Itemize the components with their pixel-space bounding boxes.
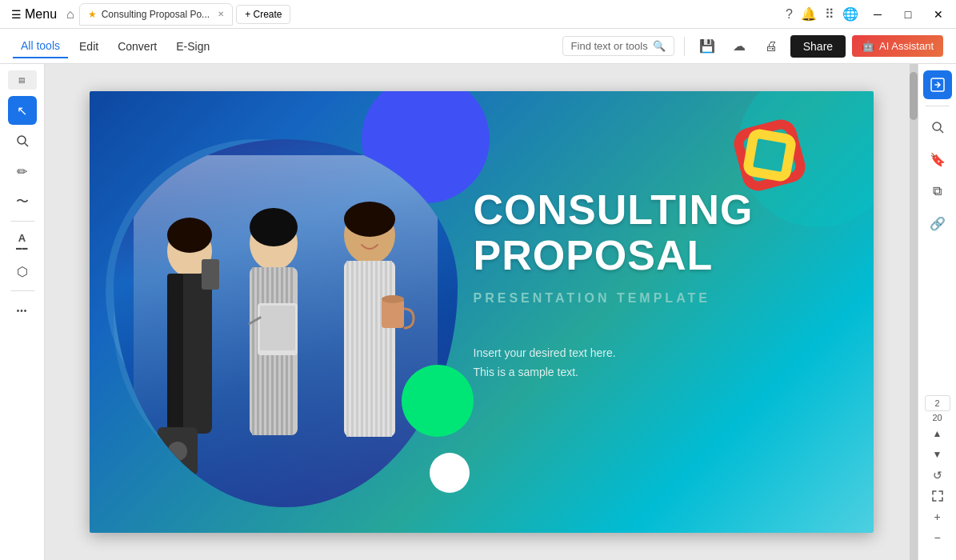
svg-rect-32 <box>390 261 392 437</box>
slide-title: CONSULTING PROPOSAL <box>474 187 826 278</box>
svg-rect-30 <box>380 261 382 437</box>
slide-text-content: CONSULTING PROPOSAL PRESENTATION TEMPLAT… <box>474 187 826 382</box>
main-layout: ▤ ↖ ✏ 〜 A ▬▬ ⬡ ••• <box>0 64 956 560</box>
toolbar-right: Find text or tools 🔍 💾 ☁ 🖨 Share 🤖 AI As… <box>562 34 943 59</box>
nav-all-tools[interactable]: All tools <box>13 34 68 58</box>
svg-rect-31 <box>385 261 387 437</box>
save-button[interactable]: 💾 <box>694 34 720 59</box>
nav-esign[interactable]: E-Sign <box>168 35 218 58</box>
right-separator-1 <box>926 106 950 106</box>
hamburger-icon: ☰ <box>11 8 22 21</box>
zoom-out-button[interactable]: − <box>925 528 950 547</box>
people-illustration <box>134 155 438 507</box>
upload-button[interactable]: ☁ <box>726 34 752 59</box>
search-right-icon <box>930 120 945 134</box>
left-sidebar: ▤ ↖ ✏ 〜 A ▬▬ ⬡ ••• <box>0 64 45 560</box>
page-number: 2 <box>925 395 950 411</box>
refresh-button[interactable]: ↺ <box>925 466 950 485</box>
scroll-thumb[interactable] <box>910 72 918 120</box>
svg-point-0 <box>18 136 26 144</box>
tab-close-icon[interactable]: ✕ <box>218 10 224 18</box>
link-button[interactable]: 🔗 <box>923 209 952 238</box>
slide-body-line1: Insert your desired text here. <box>474 344 826 363</box>
page-indicator: ▤ <box>8 70 37 90</box>
zoom-icon <box>15 134 30 148</box>
svg-point-39 <box>168 442 187 461</box>
slide-green-circle <box>402 365 474 437</box>
svg-rect-6 <box>202 259 219 290</box>
menu-button[interactable]: ☰ Menu <box>6 4 62 25</box>
slide-logo <box>738 123 802 187</box>
fit-icon <box>931 490 944 502</box>
canvas-area[interactable]: CONSULTING PROPOSAL PRESENTATION TEMPLAT… <box>45 64 918 560</box>
tool-separator-2 <box>10 290 34 291</box>
right-sidebar: 🔖 ⧉ 🔗 2 20 ▲ ▼ ↺ + − <box>918 64 956 560</box>
home-icon[interactable]: ⌂ <box>66 7 74 22</box>
tab-title: Consulting Proposal Po... <box>102 9 210 20</box>
create-button[interactable]: + Create <box>236 5 290 24</box>
scroll-handle[interactable] <box>910 64 918 560</box>
print-button[interactable]: 🖨 <box>758 34 784 59</box>
search-placeholder: Find text or tools <box>571 40 648 52</box>
svg-point-41 <box>933 122 941 130</box>
svg-rect-5 <box>167 274 183 434</box>
page-down-button[interactable]: ▼ <box>925 445 950 464</box>
zoom-tool-button[interactable] <box>8 126 37 155</box>
logo-inner-ring <box>742 127 798 183</box>
nav-convert[interactable]: Convert <box>110 35 165 58</box>
svg-rect-23 <box>346 261 349 437</box>
slide-canvas: CONSULTING PROPOSAL PRESENTATION TEMPLAT… <box>90 91 874 533</box>
upload-icon: ☁ <box>733 38 746 54</box>
svg-rect-19 <box>260 306 295 350</box>
svg-rect-24 <box>351 261 354 437</box>
maximize-button[interactable]: □ <box>897 3 919 26</box>
account-icon[interactable]: 🌐 <box>842 6 858 22</box>
share-button[interactable]: Share <box>790 35 846 58</box>
freehand-tool-button[interactable]: 〜 <box>8 187 37 216</box>
search-icon: 🔍 <box>653 40 666 52</box>
document-tab[interactable]: ★ Consulting Proposal Po... ✕ <box>79 3 233 26</box>
nav-edit[interactable]: Edit <box>71 35 106 58</box>
bookmark-button[interactable]: 🔖 <box>923 145 952 174</box>
close-window-button[interactable]: ✕ <box>927 3 950 26</box>
svg-rect-9 <box>252 267 254 435</box>
pen-tool-button[interactable]: ✏ <box>8 157 37 186</box>
svg-rect-29 <box>375 261 378 437</box>
slide-white-circle <box>430 453 470 493</box>
slide-body-line2: This is a sample text. <box>474 363 826 382</box>
export-panel-button[interactable] <box>923 70 952 99</box>
zoom-in-button[interactable]: + <box>925 507 950 526</box>
page-up-button[interactable]: ▲ <box>925 424 950 443</box>
search-right-button[interactable] <box>923 113 952 142</box>
toolbar: All tools Edit Convert E-Sign Find text … <box>0 29 956 64</box>
svg-point-35 <box>167 218 212 253</box>
export-icon <box>930 77 946 93</box>
svg-rect-27 <box>366 261 368 437</box>
menu-label: Menu <box>25 7 57 22</box>
star-icon: ★ <box>88 9 97 20</box>
search-area[interactable]: Find text or tools 🔍 <box>562 36 674 56</box>
page-navigation: 2 20 ▲ ▼ ↺ + − <box>925 395 950 554</box>
help-icon[interactable]: ? <box>786 7 793 22</box>
notification-icon[interactable]: 🔔 <box>801 6 817 22</box>
text-tool-button[interactable]: A ▬▬ <box>8 226 37 255</box>
slide-body: Insert your desired text here. This is a… <box>474 344 826 382</box>
svg-point-37 <box>344 202 395 237</box>
more-tools-button[interactable]: ••• <box>8 296 37 325</box>
cursor-tool-button[interactable]: ↖ <box>8 96 37 125</box>
title-bar-right: ? 🔔 ⠿ 🌐 ─ □ ✕ <box>786 3 950 26</box>
svg-point-36 <box>250 208 298 246</box>
save-icon: 💾 <box>699 38 715 54</box>
tool-separator-1 <box>10 221 34 222</box>
copy-button[interactable]: ⧉ <box>923 177 952 206</box>
slide-subtitle: PRESENTATION TEMPLATE <box>474 291 826 306</box>
zoom-level: 20 <box>932 413 942 422</box>
svg-rect-33 <box>382 299 404 328</box>
svg-line-42 <box>940 130 943 133</box>
ai-assistant-button[interactable]: 🤖 AI Assistant <box>852 35 943 57</box>
fit-button[interactable] <box>925 486 950 506</box>
apps-icon[interactable]: ⠿ <box>825 6 834 22</box>
ai-label: AI Assistant <box>879 40 934 52</box>
minimize-button[interactable]: ─ <box>866 3 889 26</box>
stamp-tool-button[interactable]: ⬡ <box>8 257 37 286</box>
